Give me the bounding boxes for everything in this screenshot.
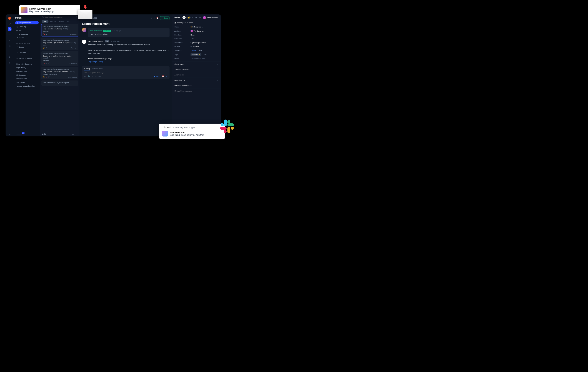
sidebar-item-following[interactable]: ◎Following: [15, 25, 39, 28]
view-compact-icon[interactable]: ≡: [19, 132, 21, 134]
composer-input[interactable]: [84, 72, 168, 74]
user-icon: ◉: [16, 22, 18, 23]
bookmark-icon[interactable]: ⟐: [92, 75, 93, 78]
chevron-down-icon: ⌄: [217, 79, 219, 81]
sidebar-view-slack[interactable]: Slack Inbox: [15, 81, 39, 84]
tab-all[interactable]: All: [66, 20, 70, 23]
schedule-icon[interactable]: ⏰: [162, 75, 164, 78]
sidebar-unthread[interactable]: ○Unthread: [15, 51, 39, 54]
conversation-card[interactable]: Sam Patterson in Everyspace Support Hey …: [41, 24, 78, 37]
grid-icon: ▦: [16, 30, 18, 31]
tab-hold[interactable]: On Hold: [49, 20, 57, 23]
task-count: ✓1: [48, 63, 50, 64]
pager-next[interactable]: ﹀: [76, 133, 77, 135]
conversation-card[interactable]: Sam Patterson in Everyspace Support: [41, 80, 78, 86]
sidebar-view-hr[interactable]: HR Helpdesk: [15, 70, 39, 73]
chevron-down-icon: ⌄: [217, 69, 219, 71]
sidebar-view-waiting[interactable]: Waiting on Engineering: [15, 84, 39, 88]
settings-icon[interactable]: [8, 61, 12, 65]
tab-open[interactable]: Open: [42, 20, 48, 23]
sidebar-channel-support[interactable]: #Support: [15, 45, 39, 49]
pager-prev[interactable]: ︿: [72, 133, 74, 135]
sidebar-view-it[interactable]: IT Helpdesk: [15, 73, 39, 77]
slack-meta-icon: · ⌗: [112, 30, 114, 32]
home-icon[interactable]: [8, 22, 12, 26]
composer-tab-note[interactable]: ☐ Internal note: [92, 68, 103, 70]
close-button[interactable]: ✓ Close: [160, 16, 169, 20]
more-icon[interactable]: ⋯: [147, 17, 149, 19]
developer-value[interactable]: None⌄: [190, 34, 197, 36]
filter-icon[interactable]: [76, 16, 78, 18]
app-logo[interactable]: [8, 17, 11, 20]
followers-add[interactable]: Add...: [190, 38, 195, 40]
conversation-card[interactable]: Sam Patterson in Everyspace Support Hey …: [41, 67, 78, 79]
sidebar-view-enterprise[interactable]: Enterprise Customers: [15, 62, 39, 66]
detail-section[interactable]: Recent Conversations⌄: [172, 83, 221, 88]
docs-icon[interactable]: [8, 44, 12, 48]
sidebar-item-assigned[interactable]: ◉Assigned to me: [15, 21, 39, 24]
gif-button[interactable]: GIF: [99, 76, 101, 77]
attach-icon[interactable]: 📎: [88, 75, 90, 78]
section-title: Automations: [174, 74, 184, 76]
inbox-icon[interactable]: [8, 27, 12, 31]
bolt-icon[interactable]: ⚡: [188, 16, 190, 19]
theme-toggle-icon[interactable]: [8, 133, 12, 136]
priority-value[interactable]: Medium⌄: [190, 46, 201, 48]
triaged-value[interactable]: ⌗ triage Add...: [190, 50, 203, 51]
detail-section[interactable]: Automations⌄: [172, 72, 221, 78]
view-list-icon[interactable]: ▭: [16, 132, 19, 134]
emoji-picker-icon[interactable]: ☺: [95, 75, 97, 78]
card-from: Sam Patterson in Everyspace Support: [43, 82, 77, 84]
emoji-icon[interactable]: ☺: [150, 17, 152, 19]
workspace-row[interactable]: ▣ Everyspace Support ⌄: [174, 21, 219, 25]
sidebar-item-closed[interactable]: ⊘Closed: [15, 36, 39, 40]
search-icon: [42, 16, 44, 18]
assignee-value[interactable]: Tim Blanchard⌄: [190, 30, 207, 32]
detail-section[interactable]: Approval Requests⌄: [172, 67, 221, 72]
sidebar-item-all[interactable]: ▦All: [15, 29, 39, 32]
field-label: Priority: [174, 46, 190, 48]
card-time: 5 months ago: [68, 76, 77, 78]
message-bot: ✦ Everyspace Support Bot · ⌗ a day ago T…: [82, 40, 170, 63]
message-p1: Thanks for reaching out! Getting a lapto…: [88, 43, 169, 46]
slack-icon[interactable]: ⌗: [192, 16, 193, 19]
add-button[interactable]: +: [182, 16, 186, 19]
view-toggle: ▭ ≡ ◫: [16, 132, 25, 134]
sidebar-view-open[interactable]: Open Tickets: [15, 77, 39, 80]
status-tabs: Open On Hold Closed All: [40, 20, 79, 24]
users-icon[interactable]: [8, 55, 12, 59]
conversation-card[interactable]: Tom Bachant in Everyspace Support Custom…: [41, 51, 78, 66]
slack-share-icon[interactable]: ⌗: [154, 17, 155, 19]
sidebar-channel-email[interactable]: ✉Email Support: [15, 42, 39, 45]
sidebar-teams[interactable]: ⊞Microsoft Teams: [15, 57, 39, 60]
detail-section[interactable]: Linear Tasks⌄: [172, 61, 221, 67]
details-pane: Details Knowledge ▣ Everyspace Support ⌄…: [172, 14, 221, 136]
search-input[interactable]: [45, 16, 75, 18]
card-from: Tom Bachant in Everyspace Support: [43, 53, 77, 55]
view-split-icon[interactable]: ◫: [21, 132, 24, 134]
snooze-icon[interactable]: ⏰: [156, 17, 159, 19]
sidebar-item-unassigned[interactable]: ○Unassigned: [15, 32, 39, 36]
user-menu[interactable]: Tim Blanchard: [203, 16, 218, 19]
ticket-type-value[interactable]: Laptop Replacement⌄: [190, 42, 208, 44]
conversation-card[interactable]: Sam Patterson in Everyspace Support Hey …: [41, 38, 78, 50]
sidebar-view-high-priority[interactable]: High Priority: [15, 66, 39, 69]
bell-icon[interactable]: [199, 16, 201, 19]
confirm-icon[interactable]: ✓: [166, 75, 168, 78]
detail-section[interactable]: Similar Conversations⌄: [172, 88, 221, 94]
tab-closed[interactable]: Closed: [58, 20, 65, 23]
send-icon[interactable]: [8, 33, 12, 37]
analytics-icon[interactable]: [8, 39, 12, 42]
resource-link[interactable]: Replacing a Laptop: [88, 60, 169, 63]
detail-section[interactable]: Submitted By⌄: [172, 78, 221, 83]
tab-details[interactable]: Details: [174, 17, 180, 19]
mention-icon[interactable]: @: [84, 75, 86, 78]
status-value[interactable]: In Progress⌄: [190, 26, 203, 28]
tag-icon[interactable]: [8, 50, 12, 53]
notes-value[interactable]: Add any notes here: [190, 58, 205, 60]
card-tag: Channel Management: [43, 73, 77, 75]
composer-tab-reply[interactable]: ↩ Reply: [84, 68, 90, 70]
tags-value[interactable]: Hardware ✨ Add...: [190, 53, 208, 56]
send-button[interactable]: ➤ Send: [154, 75, 160, 77]
gift-icon[interactable]: ⊞: [195, 16, 197, 19]
